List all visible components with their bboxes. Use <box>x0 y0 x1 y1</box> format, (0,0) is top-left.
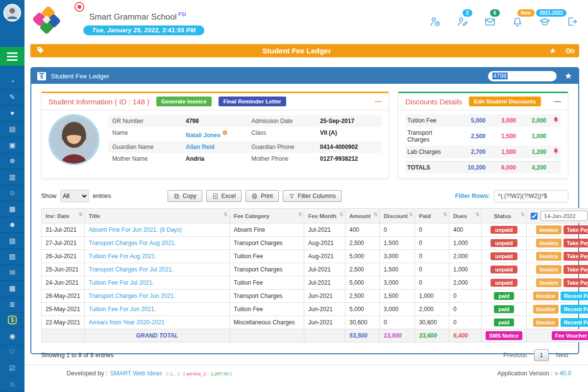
user-attendance-button[interactable] <box>429 16 443 29</box>
messages-button[interactable]: 6 <box>484 16 498 29</box>
sidebar-item-exams[interactable]: ▥ <box>0 169 24 185</box>
col-dues[interactable]: Dues⇅ <box>449 209 482 223</box>
header-actions: 2 6 New 2021-2022 <box>429 16 580 29</box>
print-button[interactable]: Print <box>245 190 279 202</box>
sidebar-item-tasks[interactable]: ☑ <box>0 360 24 376</box>
col-paid[interactable]: Paid⇅ <box>415 209 449 223</box>
table-row: 25-May-2021Tuition Fee For Jun 2021.Tuit… <box>42 303 588 316</box>
invoice-button[interactable]: Invoice <box>536 239 562 247</box>
sidebar-item-academics[interactable]: ⌂ <box>0 376 24 392</box>
alert-bell-icon <box>553 148 559 154</box>
col-title[interactable]: Title⇅ <box>85 209 230 223</box>
generate-invoice-button[interactable]: Generate Invoice <box>156 97 212 106</box>
sidebar: ◔ ✎ ♥ ▤ ▣ ⊕ ▥ ☺ ▦ ☻ ▧ ▨ ✉ ▩ ≣ $ ◉ ♡ ☑ ⌂ <box>0 0 24 392</box>
service-name: ( service_2 : <box>183 371 209 376</box>
status-badge: paid <box>494 292 514 300</box>
payment-action-button[interactable]: Take Payment <box>564 225 588 234</box>
service-amount: 1,287.00 ) <box>211 371 232 376</box>
academic-session-button[interactable]: 2021-2022 <box>539 16 553 29</box>
student-settings-gear-icon[interactable]: ⚙ <box>222 129 228 136</box>
fee-voucher-button[interactable]: Fee Voucher <box>552 331 588 340</box>
payment-action-button[interactable]: Take Payment <box>564 239 588 247</box>
sidebar-item-admissions[interactable]: ✎ <box>0 90 24 106</box>
table-row: 26-Jul-2021Tuition Fee For Aug 2021.Tuit… <box>42 250 588 263</box>
gr-number-value: 4798 <box>182 115 247 127</box>
col-status[interactable]: Status⇅ <box>482 209 527 223</box>
payment-action-button[interactable]: Recent Payment <box>561 292 588 300</box>
page-1-button[interactable]: 1 <box>534 349 549 361</box>
invoice-button[interactable]: Invoice <box>536 265 562 274</box>
menu-toggle-button[interactable] <box>0 47 24 66</box>
invoice-button[interactable]: Invoice <box>536 252 562 261</box>
invoice-button[interactable]: Invoice <box>536 278 562 287</box>
sidebar-item-fee-ledger[interactable]: $ <box>0 313 24 329</box>
logout-button[interactable] <box>566 16 580 29</box>
col-amount[interactable]: Amount⇅ <box>345 209 380 223</box>
fee-title-link[interactable]: Transport Charges For Jul 2021. <box>85 263 230 276</box>
fee-title-link[interactable]: Arrears from Year 2020-2021 <box>85 316 230 329</box>
class-value: VII (A) <box>316 127 382 141</box>
student-search-input[interactable]: 4798 <box>488 71 557 81</box>
invoice-button[interactable]: Invoice <box>533 292 559 300</box>
sidebar-item-id-card[interactable]: ▣ <box>0 137 24 153</box>
excel-button[interactable]: Excel <box>206 190 242 202</box>
fee-title-link[interactable]: Absent Fine For Jun 2021. (8 Days) <box>85 223 230 237</box>
user-avatar[interactable] <box>3 4 21 22</box>
bookmark-star-icon[interactable]: ★ <box>564 71 572 81</box>
invoice-button[interactable]: Invoice <box>533 318 559 327</box>
fee-title-link[interactable]: Tuition Fee For Jun 2021. <box>85 303 230 316</box>
payment-action-button[interactable]: Take Payment <box>564 265 588 274</box>
field-label: Guardian Name <box>108 141 182 153</box>
filter-rows-input[interactable] <box>494 190 568 202</box>
fee-title-link[interactable]: Transport Charges For Aug 2021. <box>85 237 230 250</box>
notifications-button[interactable]: New <box>512 16 525 29</box>
favorite-star-icon[interactable]: ★ <box>549 46 556 55</box>
filter-columns-button[interactable]: Filter Columns <box>283 190 342 202</box>
guardian-name-link[interactable]: Allan Reid <box>182 141 247 153</box>
student-name-link[interactable]: Natali Jones <box>186 132 220 139</box>
developer-link[interactable]: SMART Web Ideas <box>110 370 162 377</box>
sidebar-item-events[interactable]: ▩ <box>0 281 24 297</box>
invoice-button[interactable]: Invoice <box>536 225 562 234</box>
col-fee-month[interactable]: Fee Month⇅ <box>304 209 345 223</box>
date-filter-input[interactable] <box>540 211 588 221</box>
next-page-button[interactable]: Next <box>556 352 568 359</box>
invoice-button[interactable]: Invoice <box>533 305 559 314</box>
entries-select[interactable]: All <box>60 190 89 202</box>
payment-action-button[interactable]: Take Payment <box>564 252 588 261</box>
sidebar-item-staff[interactable]: ☻ <box>0 217 24 233</box>
fee-title-link[interactable]: Tuition Fee For Aug 2021. <box>85 250 230 263</box>
sidebar-item-mailbox[interactable]: ✉ <box>0 265 24 281</box>
final-reminder-button[interactable]: Final Reminder Letter <box>219 97 286 106</box>
sidebar-item-library[interactable]: ≣ <box>0 296 24 313</box>
sidebar-item-web-portal[interactable]: ⊕ <box>0 153 24 170</box>
collapse-discounts-card-button[interactable]: — <box>554 98 561 105</box>
fee-title-link[interactable]: Tuition Fee For Jul 2021. <box>85 276 230 290</box>
sidebar-item-students[interactable]: ☺ <box>0 185 24 201</box>
edit-discounts-button[interactable]: Edit Student Discounts <box>469 97 541 106</box>
col-inv-date[interactable]: Inv: Date⇅ <box>42 209 85 223</box>
sidebar-item-parents[interactable]: ◉ <box>0 328 24 344</box>
sidebar-item-fee-card[interactable]: ▤ <box>0 122 24 138</box>
col-discount[interactable]: Discount⇅ <box>380 209 415 223</box>
settings-gears-icon[interactable]: ⚙⚙ <box>565 47 573 55</box>
date-filter-checkbox[interactable] <box>531 213 538 220</box>
sms-notice-button[interactable]: SMS Notice <box>486 331 522 340</box>
payment-action-button[interactable]: Recent Payment <box>561 318 588 327</box>
sidebar-item-dashboard[interactable]: ◔ <box>0 74 24 90</box>
user-edit-button[interactable]: 2 <box>457 16 470 29</box>
sidebar-item-certificates[interactable]: ♡ <box>0 344 24 361</box>
status-badge: unpaid <box>490 226 517 234</box>
sidebar-item-health[interactable]: ♥ <box>0 105 24 122</box>
collapse-student-card-button[interactable]: — <box>375 98 382 105</box>
fee-title-link[interactable]: Transport Charges For Jun 2021. <box>85 290 230 303</box>
sidebar-item-gallery[interactable]: ▧ <box>0 233 24 249</box>
previous-page-button[interactable]: Previous <box>503 352 527 359</box>
school-name: Smart Grammar SchoolPSI <box>89 12 186 22</box>
sidebar-item-attendance[interactable]: ▦ <box>0 201 24 217</box>
col-fee-category[interactable]: Fee Category⇅ <box>230 209 304 223</box>
payment-action-button[interactable]: Take Payment <box>564 278 588 287</box>
payment-action-button[interactable]: Recent Payment <box>561 305 588 314</box>
sidebar-item-classes[interactable]: ▨ <box>0 249 24 265</box>
copy-button[interactable]: Copy <box>168 190 202 202</box>
